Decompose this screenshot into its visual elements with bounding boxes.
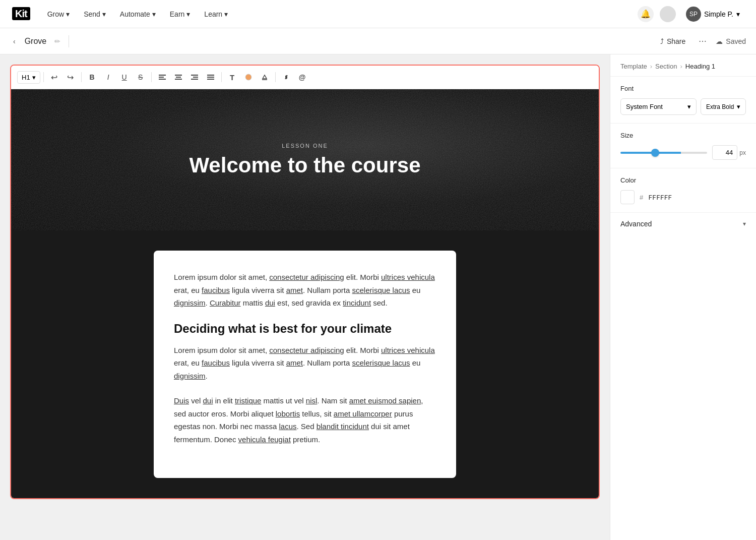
breadcrumb-template[interactable]: Template [620, 63, 647, 70]
bold-button[interactable]: B [85, 70, 100, 85]
toolbar-divider-2 [81, 72, 82, 82]
svg-rect-11 [207, 79, 214, 80]
size-unit: px [739, 149, 746, 156]
section-heading[interactable]: Deciding what is best for your climate [174, 322, 436, 336]
panel-breadcrumb: Template › Section › Heading 1 [610, 54, 756, 77]
svg-rect-4 [176, 77, 181, 78]
user-name: Simple P. [704, 10, 733, 18]
italic-button[interactable]: I [101, 70, 116, 85]
svg-rect-5 [175, 79, 182, 80]
text-size-button[interactable]: T [225, 70, 240, 85]
mention-button[interactable]: @ [295, 70, 310, 85]
color-row: # [620, 190, 746, 204]
nav-item-send[interactable]: Send ▾ [79, 7, 111, 21]
font-weight-select[interactable]: Extra Bold ▾ [701, 98, 746, 115]
saved-indicator: ☁ Saved [716, 37, 746, 45]
hero-title[interactable]: Welcome to the course [189, 154, 420, 177]
user-menu[interactable]: SP Simple P. ▾ [682, 5, 744, 24]
more-button[interactable]: ⋯ [696, 34, 710, 48]
advanced-section[interactable]: Advanced ▾ [610, 213, 756, 235]
body-paragraph-2[interactable]: Lorem ipsum dolor sit amet, consectetur … [174, 344, 436, 383]
svg-point-12 [245, 74, 251, 80]
chevron-down-icon: ▾ [743, 220, 746, 227]
content-area: Lorem ipsum dolor sit amet, consectetur … [11, 230, 599, 498]
nav-item-earn[interactable]: Earn ▾ [165, 7, 196, 21]
main-layout: H1 ▾ ↩ ↪ B I U S [0, 54, 756, 540]
svg-rect-7 [193, 77, 198, 78]
color-button[interactable] [241, 70, 256, 85]
highlight-button[interactable] [257, 70, 272, 85]
font-family-select[interactable]: System Font ▾ [620, 98, 697, 115]
font-row: System Font ▾ Extra Bold ▾ [620, 98, 746, 115]
svg-rect-8 [191, 79, 198, 80]
size-label: Size [620, 132, 746, 139]
edit-icon[interactable]: ✏ [54, 37, 60, 45]
heading-select[interactable]: H1 ▾ [17, 71, 40, 84]
svg-rect-0 [159, 75, 166, 76]
align-justify-button[interactable] [203, 70, 218, 85]
right-panel: Template › Section › Heading 1 Font Syst… [610, 54, 756, 540]
nav-right: 🔔 SP Simple P. ▾ [638, 5, 744, 24]
svg-rect-3 [175, 75, 182, 76]
nav-item-automate[interactable]: Automate ▾ [115, 7, 161, 21]
back-button[interactable]: ‹ [10, 35, 19, 47]
color-hash: # [640, 194, 643, 201]
color-label: Color [620, 176, 746, 184]
editor-toolbar: H1 ▾ ↩ ↪ B I U S [11, 66, 599, 89]
hero-content: LESSON ONE Welcome to the course [189, 143, 420, 177]
subnav-right: ⤴ Share ⋯ ☁ Saved [656, 34, 746, 48]
notification-icon[interactable]: 🔔 [638, 6, 654, 22]
toolbar-divider-1 [43, 72, 44, 82]
svg-rect-9 [207, 75, 214, 76]
editor-frame: H1 ▾ ↩ ↪ B I U S [10, 65, 600, 499]
editor-area: H1 ▾ ↩ ↪ B I U S [0, 54, 610, 540]
underline-button[interactable]: U [117, 70, 132, 85]
nav-item-grow[interactable]: Grow ▾ [42, 7, 75, 21]
circle-icon[interactable] [660, 6, 676, 22]
toolbar-divider-3 [151, 72, 152, 82]
page-title: Grove [25, 37, 47, 46]
toolbar-divider-4 [221, 72, 222, 82]
size-slider[interactable] [620, 152, 707, 154]
strikethrough-button[interactable]: S [133, 70, 148, 85]
share-button[interactable]: ⤴ Share [656, 35, 689, 47]
text-section: Lorem ipsum dolor sit amet, consectetur … [154, 251, 456, 478]
size-section: Size px [610, 124, 756, 168]
top-navigation: Kit Grow ▾ Send ▾ Automate ▾ Earn ▾ Lear… [0, 0, 756, 28]
align-left-button[interactable] [155, 70, 170, 85]
align-right-button[interactable] [187, 70, 202, 85]
nav-item-learn[interactable]: Learn ▾ [199, 7, 233, 21]
size-row: px [620, 145, 746, 160]
color-value-input[interactable] [648, 194, 683, 201]
advanced-label: Advanced [620, 220, 652, 228]
size-input[interactable] [712, 145, 737, 160]
align-center-button[interactable] [171, 70, 186, 85]
sub-navigation: ‹ Grove ✏ ⤴ Share ⋯ ☁ Saved [0, 28, 756, 54]
undo-button[interactable]: ↩ [47, 70, 62, 85]
svg-rect-10 [207, 77, 214, 78]
breadcrumb-section[interactable]: Section [655, 63, 677, 70]
hero-section[interactable]: LESSON ONE Welcome to the course [11, 89, 599, 230]
color-section: Color # [610, 168, 756, 213]
hero-label: LESSON ONE [189, 143, 420, 149]
divider [69, 35, 69, 47]
svg-rect-2 [159, 79, 166, 80]
body-paragraph-3[interactable]: Duis vel dui in elit tristique mattis ut… [174, 394, 436, 446]
font-section: Font System Font ▾ Extra Bold ▾ [610, 77, 756, 124]
svg-rect-6 [191, 75, 198, 76]
logo[interactable]: Kit [12, 8, 30, 20]
color-swatch[interactable] [620, 190, 635, 204]
avatar: SP [686, 7, 701, 22]
link-button[interactable] [279, 70, 294, 85]
toolbar-divider-5 [275, 72, 276, 82]
breadcrumb-active: Heading 1 [685, 63, 715, 70]
svg-rect-1 [159, 77, 164, 78]
font-label: Font [620, 85, 746, 92]
size-input-wrap: px [712, 145, 746, 160]
redo-button[interactable]: ↪ [63, 70, 78, 85]
body-paragraph-1[interactable]: Lorem ipsum dolor sit amet, consectetur … [174, 271, 436, 310]
